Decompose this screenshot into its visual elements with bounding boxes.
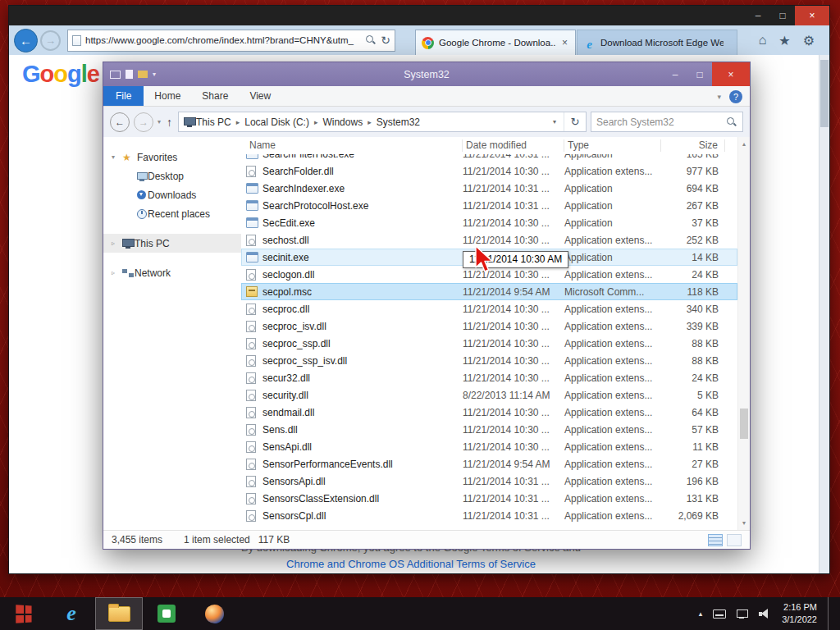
file-row[interactable]: SearchProtocolHost.exe 11/21/2014 10:31 … xyxy=(241,197,737,214)
sidebar-item[interactable]: ▹ This PC xyxy=(103,234,241,253)
start-button[interactable] xyxy=(0,597,48,630)
explorer-search-input[interactable] xyxy=(596,116,726,128)
ribbon-tab[interactable]: Share xyxy=(191,86,239,106)
browser-restore-button[interactable]: □ xyxy=(770,6,795,25)
ribbon-expand-chevron-icon[interactable]: ▾ xyxy=(717,93,721,101)
explorer-forward-button[interactable]: → xyxy=(134,112,153,132)
breadcrumb-item[interactable]: Windows ▸ xyxy=(322,116,376,128)
qat-newfolder-icon[interactable] xyxy=(126,70,133,79)
file-row[interactable]: secproc.dll 11/21/2014 10:30 ... Applica… xyxy=(241,300,737,317)
up-one-level-button[interactable]: ↑ xyxy=(165,116,174,129)
page-scrollbar-thumb[interactable] xyxy=(820,60,829,127)
breadcrumb-separator-icon[interactable]: ▸ xyxy=(368,118,372,126)
column-header[interactable]: Type xyxy=(564,139,661,152)
file-row[interactable]: secur32.dll 11/21/2014 10:30 ... Applica… xyxy=(241,369,737,386)
explorer-minimize-button[interactable]: – xyxy=(663,62,687,86)
breadcrumb-separator-icon[interactable]: ▸ xyxy=(236,118,240,126)
file-row[interactable]: secproc_ssp.dll 11/21/2014 10:30 ... App… xyxy=(241,335,737,352)
file-row[interactable]: SensApi.dll 11/21/2014 10:30 ... Applica… xyxy=(241,438,737,455)
details-view-icon[interactable] xyxy=(708,534,723,546)
breadcrumb-item[interactable]: This PC ▸ xyxy=(196,116,244,128)
explorer-close-button[interactable]: × xyxy=(712,62,750,86)
taskbar-clock[interactable]: 2:16 PM 3/1/2022 xyxy=(782,601,817,626)
search-icon[interactable] xyxy=(726,116,737,128)
taskbar-internet-explorer-button[interactable]: e xyxy=(48,597,95,630)
favorites-star-icon[interactable]: ★ xyxy=(778,33,790,48)
file-list-scrollbar-thumb[interactable] xyxy=(740,409,748,439)
recent-locations-caret-icon[interactable]: ▾ xyxy=(158,118,161,126)
file-row[interactable]: SecEdit.exe 11/21/2014 10:30 ... Applica… xyxy=(241,214,737,231)
address-dropdown-caret-icon[interactable]: ▾ xyxy=(546,118,564,126)
file-row[interactable]: SensorsCpl.dll 11/21/2014 10:31 ... Appl… xyxy=(241,507,737,524)
sidebar-item[interactable]: Downloads xyxy=(103,185,241,204)
ribbon-tab[interactable]: File xyxy=(103,86,144,106)
taskbar-green-app-button[interactable] xyxy=(143,597,190,630)
breadcrumb-item[interactable]: System32 ▸ xyxy=(377,116,420,128)
sidebar-item[interactable]: Desktop xyxy=(103,167,241,185)
file-date-modified: 11/21/2014 10:31 ... xyxy=(463,476,564,487)
file-row[interactable]: SensorsApi.dll 11/21/2014 10:31 ... Appl… xyxy=(241,472,737,490)
breadcrumb-item[interactable]: Local Disk (C:) ▸ xyxy=(244,116,322,128)
scroll-down-arrow-icon[interactable]: ▾ xyxy=(738,519,750,527)
expander-icon[interactable]: ▹ xyxy=(112,269,122,276)
home-icon[interactable]: ⌂ xyxy=(759,33,767,48)
network-icon[interactable] xyxy=(737,609,748,619)
expander-icon[interactable]: ▹ xyxy=(112,240,122,247)
browser-back-button[interactable]: ← xyxy=(14,29,38,52)
explorer-back-button[interactable]: ← xyxy=(110,112,130,132)
file-row[interactable]: security.dll 8/22/2013 11:14 AM Applicat… xyxy=(241,386,737,404)
show-desktop-button[interactable] xyxy=(828,597,835,630)
file-row[interactable]: secpol.msc 11/21/2014 9:54 AM Microsoft … xyxy=(241,283,737,300)
address-url[interactable]: https://www.google.com/chrome/index.html… xyxy=(85,35,365,45)
qat-properties-icon[interactable] xyxy=(110,71,121,79)
file-row[interactable]: SensorPerformanceEvents.dll 11/21/2014 9… xyxy=(241,455,737,472)
file-row[interactable]: SearchFolder.dll 11/21/2014 10:30 ... Ap… xyxy=(241,162,737,180)
file-row[interactable]: secproc_isv.dll 11/21/2014 10:30 ... App… xyxy=(241,317,737,335)
browser-tab[interactable]: Google Chrome - Downloa... × xyxy=(415,30,576,55)
file-list-scrollbar[interactable]: ▴ ▾ xyxy=(737,137,750,530)
ribbon-tab[interactable]: View xyxy=(239,86,281,106)
file-row[interactable]: Sens.dll 11/21/2014 10:30 ... Applicatio… xyxy=(241,421,737,438)
file-row[interactable]: SearchFilterHost.exe 11/21/2014 10:31 ..… xyxy=(241,154,737,162)
file-row[interactable]: SensorsClassExtension.dll 11/21/2014 10:… xyxy=(241,490,737,507)
qat-folder-icon[interactable] xyxy=(138,71,148,78)
sidebar-item[interactable]: Recent places xyxy=(103,204,241,223)
browser-close-button[interactable]: × xyxy=(795,6,829,25)
page-scrollbar[interactable] xyxy=(819,55,829,573)
tab-close-icon[interactable]: × xyxy=(560,37,569,48)
refresh-icon[interactable]: ↻ xyxy=(381,34,390,47)
taskbar-file-explorer-button[interactable] xyxy=(95,597,143,630)
address-bar[interactable]: https://www.google.com/chrome/index.html… xyxy=(67,30,395,52)
expander-icon[interactable]: ▾ xyxy=(112,153,122,161)
additional-terms-link[interactable]: Chrome and Chrome OS Additional Terms of… xyxy=(9,558,813,570)
browser-minimize-button[interactable]: – xyxy=(746,6,770,25)
column-header[interactable]: Date modified xyxy=(463,139,564,152)
file-row[interactable]: sendmail.dll 11/21/2014 10:30 ... Applic… xyxy=(241,404,737,421)
file-type: Application xyxy=(564,183,661,194)
hidden-icons-chevron-icon[interactable]: ▴ xyxy=(699,609,703,618)
column-header[interactable]: Name xyxy=(246,139,463,152)
touch-keyboard-icon[interactable] xyxy=(713,609,726,619)
file-row[interactable]: SearchIndexer.exe 11/21/2014 10:31 ... A… xyxy=(241,180,737,197)
qat-customize-caret-icon[interactable]: ▾ xyxy=(153,71,156,78)
explorer-search-box[interactable] xyxy=(591,112,743,132)
help-icon[interactable]: ? xyxy=(729,90,742,103)
sidebar-item[interactable]: ▾ Favorites xyxy=(103,148,241,167)
browser-tab[interactable]: Download Microsoft Edge We... xyxy=(577,30,737,55)
refresh-button[interactable]: ↻ xyxy=(564,112,586,131)
settings-gear-icon[interactable]: ⚙ xyxy=(803,33,815,48)
breadcrumb-bar[interactable]: This PC ▸ Local Disk (C:) ▸ Windows ▸ xyxy=(178,112,587,132)
taskbar-app-button[interactable] xyxy=(190,597,238,630)
sphere-app-icon xyxy=(205,605,224,623)
file-row[interactable]: secproc_ssp_isv.dll 11/21/2014 10:30 ...… xyxy=(241,352,737,369)
search-icon[interactable] xyxy=(365,34,377,46)
explorer-maximize-button[interactable]: □ xyxy=(687,62,712,86)
ribbon-tab[interactable]: Home xyxy=(144,86,191,106)
scroll-up-arrow-icon[interactable]: ▴ xyxy=(738,140,750,148)
thumbnails-view-icon[interactable] xyxy=(727,534,742,546)
volume-icon[interactable] xyxy=(759,609,771,619)
sidebar-item[interactable]: ▹ Network xyxy=(103,263,241,282)
breadcrumb-separator-icon[interactable]: ▸ xyxy=(314,118,318,126)
browser-forward-button[interactable]: → xyxy=(40,30,61,51)
column-header[interactable]: Size xyxy=(661,139,725,152)
